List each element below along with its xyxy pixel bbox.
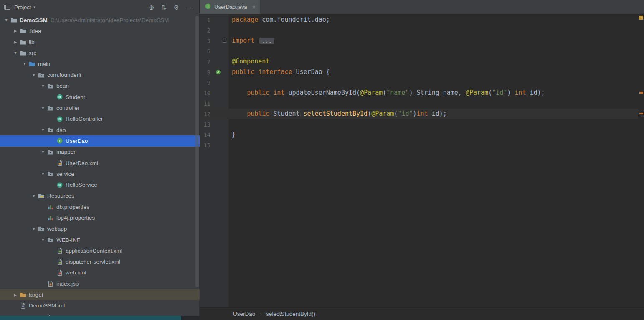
chevron-expanded-icon[interactable]: ▼ xyxy=(39,150,47,154)
tree-item-db-properties[interactable]: db.properties xyxy=(0,201,200,212)
chevron-expanded-icon[interactable]: ▼ xyxy=(39,128,47,132)
hide-panel-icon[interactable]: — xyxy=(186,4,193,10)
chevron-expanded-icon[interactable]: ▼ xyxy=(39,106,47,110)
tab-userdao-java[interactable]: I UserDao.java × xyxy=(200,0,260,14)
project-panel: Project ▾ ⊕⇅⚙— ▼DemoSSMC:\Users\Administ… xyxy=(0,0,200,320)
chevron-collapsed-icon[interactable]: ▶ xyxy=(11,293,20,297)
chevron-expanded-icon[interactable]: ▼ xyxy=(30,194,38,198)
code-line-11[interactable]: 11 xyxy=(200,98,638,109)
tree-vertical-scrollbar[interactable] xyxy=(195,16,199,287)
tree-horizontal-scrollbar[interactable] xyxy=(0,316,181,320)
error-stripe[interactable] xyxy=(638,14,644,307)
tree-item-label: Resources xyxy=(47,193,74,199)
tree-item-main[interactable]: ▼main xyxy=(0,58,200,69)
code-line-8[interactable]: 8public interface UserDao { xyxy=(200,67,638,77)
tree-item-controller[interactable]: ▼controller xyxy=(0,102,200,113)
tree-item-idea[interactable]: ▶.idea xyxy=(0,25,200,36)
package-icon xyxy=(47,236,54,243)
tree-item-target[interactable]: ▶target xyxy=(0,289,200,300)
code-line-12[interactable]: 12 public Student selectStudentById(@Par… xyxy=(200,109,638,119)
tree-item-webapp[interactable]: ▼webapp xyxy=(0,223,200,234)
tree-item-hellocontroller[interactable]: CHelloController xyxy=(0,114,200,124)
tree-item-log4j-properties[interactable]: log4j.properties xyxy=(0,212,200,223)
tree-item-label: Student xyxy=(66,94,85,100)
locate-icon[interactable]: ⊕ xyxy=(149,4,154,10)
tree-item-label: UserDao xyxy=(66,138,88,144)
fold-marker-icon[interactable] xyxy=(223,39,226,43)
chevron-expanded-icon[interactable]: ▼ xyxy=(39,84,47,88)
code-line-1[interactable]: 1package com.founderit.dao; xyxy=(200,15,638,25)
code-line-13[interactable]: 13 xyxy=(200,119,638,130)
tree-item-resources[interactable]: ▼Resources xyxy=(0,190,200,201)
breadcrumb-class[interactable]: UserDao xyxy=(233,311,255,317)
interface-icon: I xyxy=(205,3,211,10)
project-tree: ▼DemoSSMC:\Users\Administrator\IdeaProje… xyxy=(0,15,200,320)
tree-item-index-jsp[interactable]: index.jsp xyxy=(0,278,200,289)
settings-gear-icon[interactable]: ⚙ xyxy=(174,4,179,10)
chevron-collapsed-icon[interactable]: ▶ xyxy=(11,40,20,44)
spring-xml-icon xyxy=(56,247,63,254)
project-view-title[interactable]: Project xyxy=(14,4,31,10)
chevron-expanded-icon[interactable]: ▼ xyxy=(30,227,38,231)
chevron-expanded-icon[interactable]: ▼ xyxy=(39,172,47,176)
line-number: 8 xyxy=(200,69,210,76)
chevron-down-icon[interactable]: ▾ xyxy=(33,5,35,9)
code-text: public int updateUserNameById(@Param("na… xyxy=(228,88,545,98)
breadcrumb-separator-icon: › xyxy=(260,311,261,317)
code-line-7[interactable]: 7@Component xyxy=(200,56,638,67)
tree-item-service[interactable]: ▼service xyxy=(0,168,200,179)
chevron-expanded-icon[interactable]: ▼ xyxy=(39,238,47,242)
tree-item-path: C:\Users\Administrator\IdeaProjects\Demo… xyxy=(51,17,169,23)
tree-item-label: dispatcher-servlet.xml xyxy=(66,259,120,265)
tree-item-demossm[interactable]: ▼DemoSSMC:\Users\Administrator\IdeaProje… xyxy=(0,15,200,25)
chevron-expanded-icon[interactable]: ▼ xyxy=(2,18,10,22)
code-line-10[interactable]: 10 public int updateUserNameById(@Param(… xyxy=(200,88,638,98)
error-stripe-mark[interactable] xyxy=(639,92,643,94)
line-number: 9 xyxy=(200,79,210,86)
tree-item-dao[interactable]: ▼dao xyxy=(0,124,200,135)
gutter-cell: 6 xyxy=(200,46,228,56)
tree-item-dispatcher-servlet-xml[interactable]: dispatcher-servlet.xml xyxy=(0,257,200,267)
line-number: 13 xyxy=(200,121,210,128)
tree-item-src[interactable]: ▼src xyxy=(0,48,200,58)
chevron-expanded-icon[interactable]: ▼ xyxy=(20,62,29,66)
properties-icon xyxy=(47,214,54,221)
code-editor[interactable]: 1package com.founderit.dao;23import ...6… xyxy=(200,14,638,150)
chevron-expanded-icon[interactable]: ▼ xyxy=(11,51,20,55)
tree-item-demossm-iml[interactable]: DemoSSM.iml xyxy=(0,300,200,311)
chevron-collapsed-icon[interactable]: ▶ xyxy=(11,29,20,33)
collapse-all-icon[interactable]: ⇅ xyxy=(161,4,167,10)
tree-item-web-inf[interactable]: ▼WEB-INF xyxy=(0,234,200,245)
code-line-14[interactable]: 14} xyxy=(200,130,638,140)
tree-item-label: index.jsp xyxy=(56,281,79,287)
tree-item-userdao[interactable]: IUserDao xyxy=(0,135,200,146)
inspection-status-square[interactable] xyxy=(639,16,643,20)
tree-item-web-xml[interactable]: web.xml xyxy=(0,267,200,278)
tree-item-applicationcontext-xml[interactable]: applicationContext.xml xyxy=(0,245,200,256)
error-stripe-mark[interactable] xyxy=(639,113,643,114)
code-line-2[interactable]: 2 xyxy=(200,25,638,36)
code-line-3[interactable]: 3import ... xyxy=(200,36,638,46)
tree-item-bean[interactable]: ▼bean xyxy=(0,81,200,91)
gutter-cell: 3 xyxy=(200,36,228,46)
package-icon xyxy=(38,226,45,232)
gutter-cell: 15 xyxy=(200,140,228,150)
code-line-15[interactable]: 15 xyxy=(200,140,638,150)
spring-bean-icon[interactable] xyxy=(216,69,221,75)
breadcrumb-method[interactable]: selectStudentById() xyxy=(266,311,315,317)
close-icon[interactable]: × xyxy=(252,4,256,10)
tree-item-student[interactable]: CStudent xyxy=(0,91,200,102)
code-text: import ... xyxy=(228,36,274,46)
tree-item-helloservice[interactable]: CHelloService xyxy=(0,179,200,190)
tree-item-lib[interactable]: ▶lib xyxy=(0,37,200,48)
tree-item-com-founderit[interactable]: ▼com.founderit xyxy=(0,69,200,80)
project-folder-icon xyxy=(10,17,17,23)
code-line-6[interactable]: 6 xyxy=(200,46,638,56)
package-icon xyxy=(47,105,54,112)
tree-item-mapper[interactable]: ▼mapper xyxy=(0,147,200,157)
tree-item-label: webapp xyxy=(47,226,67,232)
chevron-expanded-icon[interactable]: ▼ xyxy=(30,73,38,77)
tree-item-userdao-xml[interactable]: UserDao.xml xyxy=(0,157,200,168)
jsp-icon xyxy=(47,280,54,287)
code-line-9[interactable]: 9 xyxy=(200,77,638,88)
